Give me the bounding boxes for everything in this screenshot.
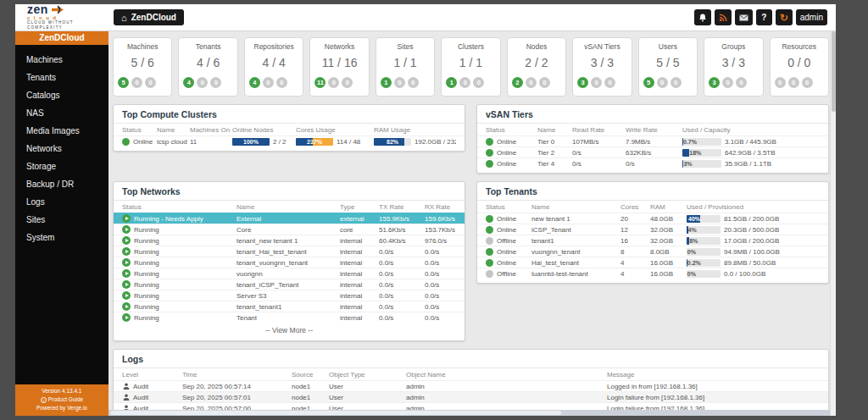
column-header-ram-usage: RAM Usage <box>374 126 456 134</box>
sidebar-item-backup-dr[interactable]: Backup / DR <box>15 175 108 193</box>
sidebar-item-nas[interactable]: NAS <box>15 104 108 122</box>
status-label: Offline <box>497 237 516 245</box>
cell-tx-rate: 60.4Kb/s <box>379 237 425 245</box>
sidebar-item-logs[interactable]: Logs <box>15 193 108 211</box>
sidebar-item-media-images[interactable]: Media Images <box>15 122 108 140</box>
activity-feed-button[interactable] <box>715 9 732 25</box>
cell-name: vuongnn_tenant <box>531 248 620 256</box>
cell-cores: 12 <box>620 226 650 234</box>
table-row[interactable]: Online iCSP_Tenant1232.0GB 4%20.3GB / 50… <box>477 224 828 235</box>
horizontal-scrollbar[interactable] <box>108 410 836 416</box>
table-row[interactable]: Running Tenantinternal0.0/s0.0/s <box>114 312 465 323</box>
sidebar-item-storage[interactable]: Storage <box>15 158 108 175</box>
cell-level: Audit <box>122 383 182 390</box>
stat-card-tenants[interactable]: Tenants 4 / 6 400 <box>178 37 237 97</box>
table-row[interactable]: Running tenant_vuongnn_tenantinternal0.0… <box>114 257 465 268</box>
stat-card-machines[interactable]: Machines 5 / 6 500 <box>113 37 172 97</box>
table-row[interactable]: Running tenant_iCSP_Tenantinternal0.0/s0… <box>114 279 465 290</box>
stat-card-nodes[interactable]: Nodes 2 / 2 200 <box>507 37 566 97</box>
panel-title-top-networks: Top Networks <box>114 182 465 201</box>
stat-card-groups[interactable]: Groups 3 / 3 300 <box>704 37 763 97</box>
stat-card-sites[interactable]: Sites 1 / 1 100 <box>376 37 435 97</box>
status-online-icon <box>486 215 493 223</box>
stat-card-users[interactable]: Users 5 / 5 500 <box>638 37 698 97</box>
cell-message: Logged in from [192.168.1.36] <box>607 383 820 390</box>
sidebar-item-machines[interactable]: Machines <box>15 51 108 69</box>
stat-card-value: 5 / 5 <box>643 56 693 69</box>
table-row[interactable]: Online Hai_test_tenant416.0GB 0.2%89.8MB… <box>477 257 828 268</box>
admin-menu-button[interactable]: admin <box>796 9 827 25</box>
vertical-scrollbar[interactable] <box>830 30 836 416</box>
stat-card-badges: 000 <box>775 77 824 88</box>
table-row[interactable]: Online new tenant 12048.0GB 40%81.5GB / … <box>477 213 828 224</box>
vertical-scrollbar-thumb[interactable] <box>832 31 836 112</box>
table-row[interactable]: Offline tenant11632.0GB 8%17.0GB / 200.0… <box>477 235 828 246</box>
table-row[interactable]: Running tenant_new tenant 1internal60.4K… <box>114 235 465 246</box>
stat-card-networks[interactable]: Networks 11 / 16 1100 <box>309 37 369 97</box>
stat-card-value: 4 / 4 <box>249 56 298 69</box>
stat-card-label: Networks <box>314 42 364 51</box>
table-row[interactable]: Running tenant_Hai_test_tenantinternal0.… <box>114 246 465 257</box>
horizontal-scrollbar-thumb[interactable] <box>110 411 561 415</box>
cell-name: tenant1 <box>531 237 620 245</box>
status-label: Online <box>497 149 516 157</box>
view-more-link[interactable]: -- View More -- <box>114 323 465 336</box>
table-header-row: StatusNameTypeTX RateRX Rate <box>114 201 465 213</box>
cell-tx-rate: 0.0/s <box>379 314 425 322</box>
table-row[interactable]: Running Corecore51.6Kb/s153.7Kb/s <box>114 224 465 235</box>
column-header-cores-usage: Cores Usage <box>296 126 374 134</box>
cell-status: Running <box>122 225 236 234</box>
breadcrumb[interactable]: ⌂ ZenDCloud <box>114 9 184 25</box>
stat-card-repositories[interactable]: Repositories 4 / 4 400 <box>244 37 303 97</box>
table-row[interactable]: Running Server S3internal0.0/s0.0/s <box>114 290 465 301</box>
table-row[interactable]: Online Tier 0107MB/s7.9MB/s 0.7%3.1GB / … <box>477 135 828 146</box>
messages-button[interactable] <box>735 9 753 25</box>
notifications-button[interactable] <box>694 9 711 25</box>
sidebar-item-tenants[interactable]: Tenants <box>15 69 108 86</box>
usage-text: 89.8MB / 50.0GB <box>724 259 776 267</box>
table-row[interactable]: Running tenant_tenant1internal0.0/s0.0/s <box>114 301 465 312</box>
table-row[interactable]: Offline luanntd-test-tenant416.0GB 0%0.0… <box>477 268 828 279</box>
table-row[interactable]: Online vuongnn_tenant88.0GB 0%94.9MB / 1… <box>477 246 828 257</box>
table-row[interactable]: Audit Sep 20, 2025 00:57:01node1Useradmi… <box>114 391 828 402</box>
help-button[interactable]: ? <box>756 9 772 25</box>
stat-card-clusters[interactable]: Clusters 1 / 1 100 <box>441 37 500 97</box>
table-row[interactable]: Online Tier 20/s632KB/s 18%642.9GB / 3.5… <box>477 146 828 158</box>
stat-card-vsan-tiers[interactable]: vSAN Tiers 3 / 3 300 <box>572 37 632 97</box>
table-header-row: StatusNameRead RateWrite RateUsed / Capa… <box>477 124 828 135</box>
cell-name: Tier 4 <box>537 160 572 168</box>
sidebar-item-catalogs[interactable]: Catalogs <box>15 86 108 104</box>
status-label: Online <box>497 259 516 267</box>
count-badge: 0 <box>670 77 682 88</box>
cell-tx-rate: 0.0/s <box>379 259 425 267</box>
sidebar-item-networks[interactable]: Networks <box>15 140 108 158</box>
logo-text: zen <box>27 4 48 14</box>
cell-cores: 4 <box>620 270 650 278</box>
sidebar-item-sites[interactable]: Sites <box>15 211 108 229</box>
cell-tx-rate: 0.0/s <box>379 270 425 278</box>
cell-time: Sep 20, 2025 00:57:01 <box>182 394 292 401</box>
cell-ram-usage: 82%192.0GB / 232.0GB <box>374 138 456 146</box>
cell-rx-rate: 0.0/s <box>425 281 456 289</box>
table-row[interactable]: Running - Needs Apply Externalexternal15… <box>114 213 465 224</box>
refresh-button[interactable]: ↻ <box>776 9 793 25</box>
table-row[interactable]: Running vuongnninternal0.0/s0.0/s <box>114 268 465 279</box>
table-row[interactable]: Online icsp cloud11 100%2 / 2 237%114 / … <box>114 135 465 146</box>
stat-card-resources[interactable]: Resources 0 / 0 000 <box>770 37 829 97</box>
cell-rx-rate: 153.7Kb/s <box>425 226 456 234</box>
cell-name: tenant_iCSP_Tenant <box>236 281 340 289</box>
cell-status: Running - Needs Apply <box>122 214 236 223</box>
cell-tx-rate: 155.9Kb/s <box>379 215 425 223</box>
table-row[interactable]: Online Tier 40/s0/s 3%35.9GB / 1.1TB <box>477 158 828 169</box>
logo-tagline: CLOUD WITHOUT COMPLEXITY <box>27 20 107 30</box>
usage-text: 0.0 / 100.0GB <box>724 270 765 278</box>
panel-logs: Logs LevelTimeSourceObject TypeObject Na… <box>113 349 829 416</box>
table-row[interactable]: Audit Sep 20, 2025 00:57:14node1Useradmi… <box>114 380 828 391</box>
zen-cloud-logo[interactable]: zen cloud CLOUD WITHOUT COMPLEXITY <box>15 4 107 30</box>
status-online-icon <box>486 160 493 168</box>
cell-tx-rate: 0.0/s <box>379 292 425 300</box>
product-guide-link[interactable]: i Product Guide <box>15 395 108 404</box>
count-badge: 5 <box>643 77 654 88</box>
sidebar-item-system[interactable]: System <box>15 229 108 246</box>
status-label: Online <box>497 248 516 256</box>
